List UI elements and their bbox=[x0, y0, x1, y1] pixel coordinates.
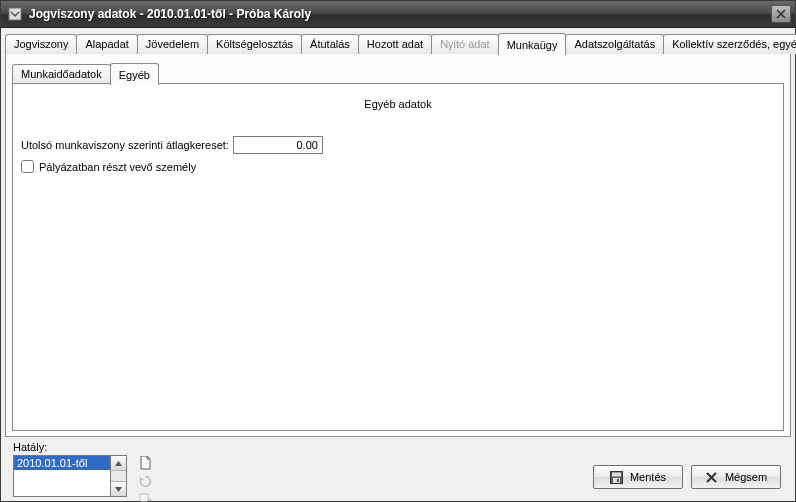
avg-row: Utolsó munkaviszony szerinti átlagkerese… bbox=[21, 136, 775, 154]
scroll-track[interactable] bbox=[111, 471, 126, 481]
avg-label: Utolsó munkaviszony szerinti átlagkerese… bbox=[21, 139, 229, 151]
cancel-button[interactable]: Mégsem bbox=[691, 465, 781, 489]
new-page-icon[interactable] bbox=[137, 455, 153, 471]
save-button-label: Mentés bbox=[630, 471, 666, 483]
save-icon bbox=[610, 470, 624, 484]
save-button[interactable]: Mentés bbox=[593, 465, 683, 489]
cancel-button-label: Mégsem bbox=[725, 471, 767, 483]
inner-tab-egyeb[interactable]: Egyéb bbox=[110, 63, 159, 85]
tab-atutalas[interactable]: Átutalás bbox=[301, 34, 359, 54]
svg-rect-5 bbox=[617, 479, 619, 482]
avg-input[interactable] bbox=[233, 136, 323, 154]
hataly-block: Hatály: 2010.01.01-től bbox=[13, 441, 127, 497]
tab-munkaugy[interactable]: Munkaügy bbox=[498, 33, 567, 55]
hataly-label: Hatály: bbox=[13, 441, 127, 453]
scroll-down-button[interactable] bbox=[111, 481, 126, 496]
scroll-up-button[interactable] bbox=[111, 456, 126, 471]
tab-alapadat[interactable]: Alapadat bbox=[76, 34, 137, 54]
footer-buttons: Mentés Mégsem bbox=[593, 465, 781, 489]
tab-kollektiv[interactable]: Kollektív szerződés, egyéb bbox=[663, 34, 796, 54]
edit-icon[interactable] bbox=[137, 491, 153, 502]
tender-row: Pályázatban részt vevő személy bbox=[21, 160, 775, 173]
inner-tab-row: Munkaidőadatok Egyéb bbox=[12, 62, 784, 84]
tab-hozott-adat[interactable]: Hozott adat bbox=[358, 34, 432, 54]
client-area: Jogviszony Alapadat Jövedelem Költségelo… bbox=[1, 28, 795, 501]
tab-nyito-adat: Nyitó adat bbox=[431, 34, 499, 54]
svg-rect-1 bbox=[140, 494, 148, 503]
dialog-window: Jogviszony adatok - 2010.01.01-től - Pró… bbox=[0, 0, 796, 502]
hataly-tool-column bbox=[137, 441, 153, 502]
section-title: Egyéb adatok bbox=[21, 98, 775, 110]
tender-checkbox[interactable] bbox=[21, 160, 34, 173]
hataly-scrollbar[interactable] bbox=[111, 455, 127, 497]
svg-rect-3 bbox=[612, 472, 621, 476]
main-tab-row: Jogviszony Alapadat Jövedelem Költségelo… bbox=[5, 32, 791, 54]
tender-label: Pályázatban részt vevő személy bbox=[39, 161, 196, 173]
hataly-item[interactable]: 2010.01.01-től bbox=[14, 456, 110, 470]
inner-panel: Egyéb adatok Utolsó munkaviszony szerint… bbox=[12, 83, 784, 431]
tab-jogviszony[interactable]: Jogviszony bbox=[5, 34, 77, 54]
inner-tab-munkaidoadatok[interactable]: Munkaidőadatok bbox=[12, 64, 111, 84]
close-button[interactable] bbox=[771, 5, 791, 23]
hataly-listbox-wrap: 2010.01.01-től bbox=[13, 455, 127, 497]
footer: Hatály: 2010.01.01-től bbox=[5, 437, 791, 497]
tab-adatszolgaltatas[interactable]: Adatszolgáltatás bbox=[565, 34, 664, 54]
refresh-icon[interactable] bbox=[137, 473, 153, 489]
tab-jovedelem[interactable]: Jövedelem bbox=[137, 34, 208, 54]
tab-koltsegelosztas[interactable]: Költségelosztás bbox=[207, 34, 302, 54]
svg-rect-0 bbox=[9, 8, 21, 20]
cancel-icon bbox=[705, 470, 719, 484]
app-icon bbox=[7, 6, 23, 22]
window-title: Jogviszony adatok - 2010.01.01-től - Pró… bbox=[29, 7, 771, 21]
hataly-listbox[interactable]: 2010.01.01-től bbox=[13, 455, 111, 497]
titlebar: Jogviszony adatok - 2010.01.01-től - Pró… bbox=[1, 1, 795, 28]
main-tab-panel: Munkaidőadatok Egyéb Egyéb adatok Utolsó… bbox=[5, 53, 791, 437]
